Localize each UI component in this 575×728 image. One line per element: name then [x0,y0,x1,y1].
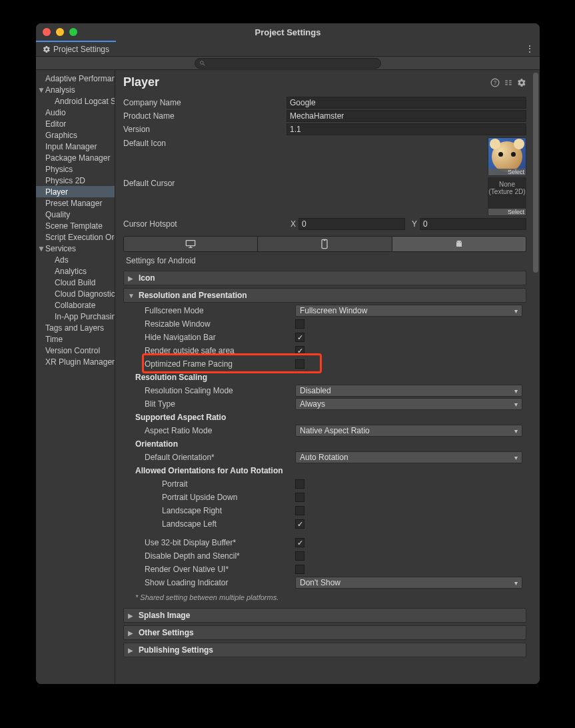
fullscreen-mode-dropdown[interactable]: Fullscreen Window [295,305,522,317]
search-input[interactable] [195,58,381,69]
hotspot-x-input[interactable] [298,218,405,230]
blit-label: Blit Type [135,399,295,409]
sidebar-item-analysis[interactable]: ▼Analysis [36,84,115,95]
use32-checkbox[interactable] [295,538,304,547]
portrait-ud-checkbox[interactable] [295,493,304,502]
foldout-publish[interactable]: ▶ Publishing Settings [123,643,526,657]
platform-tab-standalone[interactable] [124,237,258,251]
land-left-checkbox[interactable] [295,519,304,529]
tab-menu-button[interactable]: ⋮ [525,43,534,54]
sidebar-item-adaptive-performance[interactable]: Adaptive Performance [36,73,115,84]
minimize-window-button[interactable] [56,28,64,36]
sidebar-item-script-execution-order[interactable]: Script Execution Order [36,231,115,243]
render-safe-checkbox[interactable] [295,346,304,355]
version-input[interactable] [287,123,526,135]
res-scaling-mode-dropdown[interactable]: Disabled [295,385,522,397]
sidebar-item-cloud-diagnostics[interactable]: Cloud Diagnostics [36,288,115,299]
sidebar-item-label: Adaptive Performance [45,74,115,83]
shared-footnote: * Shared setting between multiple platfo… [135,589,522,604]
select-cursor-button[interactable]: Select [488,209,526,215]
default-cursor-preview[interactable]: None (Texture 2D) Select [488,177,526,216]
sidebar-item-quality[interactable]: Quality [36,209,115,220]
resizable-window-checkbox[interactable] [295,319,304,329]
default-icon-preview[interactable]: Select [488,137,526,176]
sidebar-item-label: Collaborate [55,301,95,310]
use32-label: Use 32-bit Display Buffer* [135,538,295,547]
sidebar-item-label: Audio [45,108,66,117]
platform-tab-android[interactable] [392,237,526,251]
product-name-row: Product Name [123,109,526,123]
sidebar-item-label: Physics 2D [45,176,85,185]
sidebar-item-ads[interactable]: Ads [36,254,115,265]
allowed-header: Allowed Orientations for Auto Rotation [135,464,522,477]
default-orient-dropdown[interactable]: Auto Rotation [295,451,522,463]
loading-ind-label: Show Loading Indicator [135,578,295,587]
sidebar-item-label: Preset Manager [45,199,102,208]
render-native-checkbox[interactable] [295,565,304,574]
company-name-label: Company Name [123,98,287,107]
sidebar-item-label: Input Manager [45,142,97,151]
tab-project-settings[interactable]: Project Settings [36,41,116,56]
disable-depth-row: Disable Depth and Stencil* [135,549,522,563]
sidebar-item-player[interactable]: Player [36,186,115,197]
blit-row: Blit Type Always [135,397,522,411]
foldout-splash[interactable]: ▶ Splash Image [123,608,526,623]
sidebar-item-cloud-build[interactable]: Cloud Build [36,277,115,288]
chevron-right-icon: ▶ [128,275,135,282]
frame-pacing-checkbox[interactable] [295,359,304,369]
main-area: Player ? Company Name Product Name [115,70,540,684]
hide-nav-checkbox[interactable] [295,333,304,342]
aspect-mode-dropdown[interactable]: Native Aspect Ratio [295,425,522,437]
blit-dropdown[interactable]: Always [295,398,522,410]
portrait-checkbox[interactable] [295,479,304,489]
platform-tab-ios[interactable] [258,237,392,251]
vertical-scrollbar[interactable] [532,70,540,684]
sidebar-item-label: Analytics [55,267,87,276]
sidebar-item-package-manager[interactable]: Package Manager [36,152,115,163]
chevron-down-icon: ▼ [128,292,135,299]
render-native-label: Render Over Native UI* [135,565,295,574]
sidebar-item-collaborate[interactable]: Collaborate [36,299,115,311]
select-icon-button[interactable]: Select [488,169,526,175]
sidebar-item-physics[interactable]: Physics [36,163,115,175]
sidebar-item-label: Player [45,187,68,197]
sidebar-item-time[interactable]: Time [36,333,115,345]
sidebar-item-tags-and-layers[interactable]: Tags and Layers [36,322,115,333]
aspect-mode-row: Aspect Ratio Mode Native Aspect Ratio [135,424,522,437]
scroll-thumb[interactable] [533,73,538,273]
gear-icon [43,45,51,53]
sidebar-item-scene-template[interactable]: Scene Template [36,220,115,231]
gear-icon[interactable] [517,78,526,87]
close-window-button[interactable] [43,28,51,36]
maximize-window-button[interactable] [69,28,77,36]
disable-depth-checkbox[interactable] [295,551,304,561]
sidebar-item-in-app-purchasing[interactable]: In-App Purchasing [36,311,115,322]
sidebar-item-physics-2d[interactable]: Physics 2D [36,175,115,186]
product-name-input[interactable] [287,110,526,122]
hotspot-y-input[interactable] [420,218,526,230]
sidebar-item-editor[interactable]: Editor [36,118,115,129]
sidebar-item-analytics[interactable]: Analytics [36,265,115,277]
sidebar-item-label: Analysis [45,85,75,95]
sidebar-item-services[interactable]: ▼Services [36,243,115,254]
land-right-checkbox[interactable] [295,506,304,515]
chevron-right-icon: ▶ [128,612,135,619]
loading-ind-dropdown[interactable]: Don't Show [295,577,522,589]
sidebar-item-android-logcat-settings[interactable]: Android Logcat Settings [36,95,115,107]
sidebar-item-input-manager[interactable]: Input Manager [36,141,115,152]
help-icon[interactable]: ? [490,78,500,87]
sidebar-item-graphics[interactable]: Graphics [36,129,115,141]
sidebar-item-preset-manager[interactable]: Preset Manager [36,197,115,209]
preset-icon[interactable] [504,78,513,87]
foldout-icon[interactable]: ▶ Icon [123,271,526,285]
sidebar-item-label: Script Execution Order [45,233,115,242]
player-settings-content: Player ? Company Name Product Name [115,70,532,684]
page-title: Player [123,75,159,89]
foldout-other[interactable]: ▶ Other Settings [123,625,526,640]
portrait-ud-label: Portrait Upside Down [135,493,295,502]
company-name-input[interactable] [287,97,526,109]
sidebar-item-audio[interactable]: Audio [36,107,115,118]
sidebar-item-xr-plugin-management[interactable]: XR Plugin Management [36,356,115,367]
foldout-resolution[interactable]: ▼ Resolution and Presentation [123,288,526,303]
sidebar-item-version-control[interactable]: Version Control [36,345,115,356]
